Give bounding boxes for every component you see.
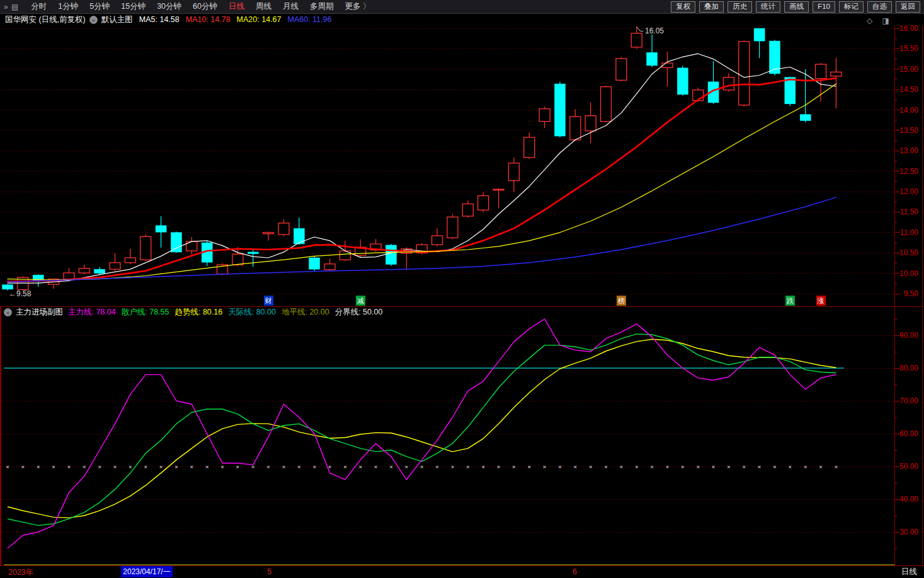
chevron-down-circle-icon[interactable]: ⌄ [89, 16, 98, 24]
indicator-line-散户线 [8, 334, 836, 526]
month-label-0: 5 [267, 567, 271, 576]
boundary-x-mark: × [789, 463, 792, 470]
signal-marker-1: 减 [356, 296, 365, 306]
tab-period-1[interactable]: 1分钟 [52, 0, 84, 13]
boundary-x-mark: × [543, 463, 547, 470]
tab-period-6[interactable]: 日线 [223, 0, 250, 13]
boundary-x-mark: × [727, 463, 731, 470]
boundary-x-mark: × [220, 463, 224, 470]
boundary-x-mark: × [804, 463, 807, 470]
price-axis-label: 11.50 [900, 207, 918, 216]
signal-marker-2: 榜 [617, 296, 626, 306]
main-view-label: 默认主图 [101, 14, 133, 25]
toolbar-button-0[interactable]: 复权 [671, 1, 695, 13]
boundary-x-mark: × [144, 463, 147, 470]
ma-legend-item-3: MA60: 11.96 [288, 15, 332, 24]
toolbar-button-1[interactable]: 叠加 [699, 1, 724, 13]
boundary-x-mark: × [435, 463, 439, 470]
signal-marker-0: 财 [264, 296, 273, 306]
chart-corner-icons[interactable]: ◇ ◨ [867, 16, 893, 25]
price-axis-label: 11.00 [900, 228, 918, 237]
boundary-x-mark: × [83, 463, 86, 470]
indicator-line-趋势线 [8, 339, 836, 517]
boundary-x-mark: × [266, 463, 270, 470]
selected-date-label[interactable]: 2023/04/17/一 [121, 566, 173, 577]
toolbar-button-7[interactable]: 自选 [867, 1, 892, 13]
indicator-legend-item-1: 散户线: 78.55 [122, 307, 169, 318]
high-price-annotation: 16.05 [645, 26, 664, 35]
boundary-x-mark: × [312, 463, 316, 470]
sub-chart-header: ⌄ 主力进场副图 主力线: 78.04散户线: 78.55趋势线: 80.16天… [0, 307, 888, 317]
boundary-x-mark: × [282, 463, 286, 470]
indicator-axis-label: 30.00 [899, 528, 918, 536]
tab-period-0[interactable]: 分时 [25, 0, 52, 13]
boundary-x-mark: × [512, 463, 516, 470]
toolbar-button-3[interactable]: 统计 [756, 1, 780, 13]
toolbar-button-4[interactable]: 画线 [784, 1, 809, 13]
boundary-x-mark: × [696, 463, 700, 470]
boundary-x-mark: × [589, 463, 593, 470]
boundary-x-mark: × [52, 463, 55, 470]
indicator-legend-item-5: 分界线: 50.00 [335, 307, 383, 318]
price-axis-label: 16.00 [899, 24, 918, 33]
price-axis-label: 12.00 [899, 187, 918, 196]
boundary-x-mark: × [174, 463, 178, 470]
indicator-legend-item-3: 天际线: 80.00 [228, 307, 276, 318]
boundary-x-mark: × [666, 463, 670, 470]
boundary-x-mark: × [481, 463, 485, 470]
boundary-x-mark: × [712, 463, 716, 470]
price-axis-label: 15.50 [899, 44, 918, 53]
toolbar-button-8[interactable]: 返回 [896, 1, 920, 13]
price-axis-label: 15.00 [899, 65, 918, 74]
boundary-x-mark: × [236, 463, 240, 470]
period-tabs: 分时1分钟5分钟15分钟30分钟60分钟日线周线月线多周期更多 〉 [25, 0, 376, 13]
indicator-axis-label: 50.00 [899, 462, 918, 471]
indicator-axis-label: 80.00 [899, 364, 918, 373]
boundary-x-mark: × [604, 463, 608, 470]
price-axis-label: 9.50 [904, 289, 919, 298]
ma-legend-item-1: MA10: 14.78 [186, 15, 231, 24]
tab-period-4[interactable]: 30分钟 [151, 0, 187, 13]
tab-period-5[interactable]: 60分钟 [187, 0, 223, 13]
price-axis-label: 12.50 [899, 167, 918, 176]
chart-canvas[interactable]: 16.0015.5015.0014.5014.0013.5013.0012.50… [0, 0, 924, 578]
chevron-down-circle-icon[interactable]: ⌄ [4, 308, 12, 316]
info-bar: 国华网安 (日线,前复权) ⌄ 默认主图 MA5: 14.58MA10: 14.… [0, 14, 924, 25]
toolbar: » ▤ 分时1分钟5分钟15分钟30分钟60分钟日线周线月线多周期更多 〉 复权… [0, 0, 924, 14]
boundary-x-mark: × [620, 463, 624, 470]
price-axis-label: 10.00 [899, 269, 918, 278]
tab-period-9[interactable]: 多周期 [304, 0, 339, 13]
boundary-x-mark: × [742, 463, 746, 470]
toolbar-button-2[interactable]: 历史 [727, 1, 752, 13]
indicator-legend-item-4: 地平线: 20.00 [282, 307, 329, 318]
boundary-x-mark: × [389, 463, 393, 470]
collapse-panel-icon[interactable]: » ▤ [4, 3, 19, 11]
boundary-x-mark: × [159, 463, 163, 470]
boundary-x-mark: × [113, 463, 117, 470]
ma-legend: MA5: 14.58MA10: 14.78MA20: 14.67MA60: 11… [139, 15, 338, 24]
indicator-axis-label: 40.00 [899, 495, 918, 504]
stock-title: 国华网安 (日线,前复权) [5, 14, 86, 25]
tab-period-2[interactable]: 5分钟 [84, 0, 115, 13]
tab-period-7[interactable]: 周线 [250, 0, 277, 13]
toolbar-button-6[interactable]: 标记 [839, 1, 864, 13]
boundary-x-mark: × [558, 463, 562, 470]
boundary-x-mark: × [451, 463, 455, 470]
tab-period-3[interactable]: 15分钟 [115, 0, 151, 13]
boundary-x-mark: × [374, 463, 378, 470]
period-indicator[interactable]: 日线 [895, 566, 923, 577]
month-label-1: 6 [573, 567, 577, 576]
tab-period-10[interactable]: 更多 〉 [339, 0, 376, 13]
boundary-x-mark: × [819, 463, 823, 470]
toolbar-button-5[interactable]: F10 [813, 1, 835, 13]
tab-period-8[interactable]: 月线 [277, 0, 304, 13]
boundary-x-mark: × [37, 463, 40, 470]
boundary-x-mark: × [635, 463, 639, 470]
indicator-legend-item-0: 主力线: 78.04 [68, 307, 116, 318]
price-axis-label: 13.50 [899, 126, 918, 135]
price-axis-label: 10.50 [899, 248, 918, 257]
boundary-x-mark: × [650, 463, 654, 470]
boundary-x-mark: × [574, 463, 578, 470]
boundary-x-mark: × [405, 463, 409, 470]
toolbar-buttons: 复权叠加历史统计画线F10标记自选返回 [667, 1, 924, 13]
